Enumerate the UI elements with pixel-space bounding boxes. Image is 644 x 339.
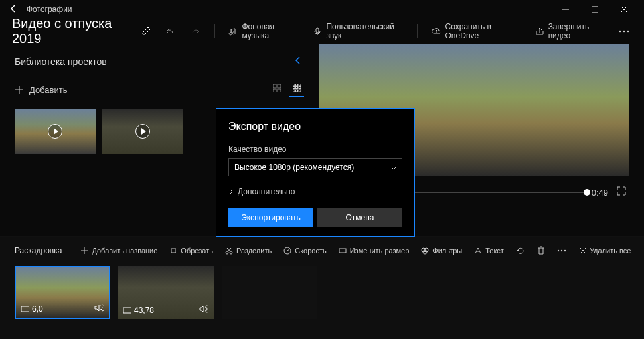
finish-video-button[interactable]: Завершить видео [528,19,613,43]
close-button[interactable] [609,0,639,19]
quality-select[interactable]: Высокое 1080p (рекомендуется) [228,158,402,176]
export-dialog: Экспорт видео Качество видео Высокое 108… [216,108,415,237]
more-options-toggle[interactable]: Дополнительно [228,187,402,196]
finish-label: Завершить видео [548,22,607,40]
svg-rect-32 [123,308,131,313]
sound-icon [199,305,208,315]
clip-empty[interactable] [222,266,317,319]
export-button[interactable]: Экспортировать [228,208,313,227]
svg-rect-18 [293,90,295,92]
filters-button[interactable]: Фильтры [416,244,467,257]
redo-button[interactable] [184,23,208,39]
bg-music-label: Фоновая музыка [242,22,297,40]
edit-title-icon[interactable] [141,25,152,38]
bg-music-button[interactable]: Фоновая музыка [222,19,303,43]
cloud-icon [431,27,442,36]
storyboard-panel: Раскадровка Добавить название Обрезать Р… [0,236,644,339]
more-options-button[interactable] [616,27,632,35]
svg-rect-4 [316,28,319,33]
svg-rect-12 [293,84,295,86]
svg-rect-19 [296,90,298,92]
storyboard-title: Раскадровка [15,246,62,255]
svg-point-30 [564,250,566,251]
svg-rect-14 [299,84,301,86]
plus-icon [15,85,24,94]
save-onedrive-label: Сохранить в OneDrive [445,22,519,40]
play-icon [135,124,150,139]
cancel-button[interactable]: Отмена [317,208,402,227]
svg-point-5 [619,31,621,33]
library-thumb-2[interactable] [102,109,183,154]
svg-rect-9 [278,84,281,88]
svg-rect-31 [21,306,29,312]
app-title: Фотографии [27,5,72,14]
svg-point-7 [627,31,629,33]
undo-button[interactable] [157,23,181,39]
mic-icon [313,27,322,36]
clip-1[interactable]: 6,0 [15,266,110,319]
rotate-button[interactable] [511,243,530,258]
quality-label: Качество видео [228,145,402,154]
text-button[interactable]: Текст [469,244,509,257]
custom-audio-button[interactable]: Пользовательский звук [306,19,410,43]
export-icon [535,27,544,36]
svg-rect-8 [273,84,276,88]
svg-point-28 [558,250,559,251]
svg-rect-24 [339,249,346,253]
speed-button[interactable]: Скорость [278,244,332,257]
svg-rect-17 [299,87,301,89]
view-large-grid-button[interactable] [289,82,304,97]
add-media-button[interactable]: Добавить [15,85,67,95]
add-title-button[interactable]: Добавить название [75,244,163,257]
back-button[interactable] [5,4,21,15]
view-small-grid-button[interactable] [270,82,284,97]
fullscreen-button[interactable] [616,186,629,199]
dialog-title: Экспорт видео [228,121,402,133]
delete-button[interactable] [532,243,550,258]
svg-point-6 [623,31,625,33]
svg-rect-1 [592,6,598,13]
collapse-library-button[interactable] [292,53,304,70]
maximize-button[interactable] [580,0,609,19]
music-icon [228,27,238,36]
library-thumb-1[interactable] [15,109,96,154]
minimize-button[interactable] [551,0,580,19]
project-title: Видео с отпуска 2019 [12,16,133,46]
svg-rect-13 [296,84,298,86]
sound-icon [94,304,104,314]
play-icon [48,124,62,139]
clip-2[interactable]: 43,78 [118,266,214,319]
delete-all-button[interactable]: Удалить все [574,244,636,257]
svg-rect-20 [299,90,301,92]
svg-rect-15 [293,87,295,89]
more-storyboard-button[interactable] [552,247,572,255]
time-display: 0:49 [592,188,608,198]
svg-point-29 [561,250,562,251]
main-toolbar: Видео с отпуска 2019 Фоновая музыка Поль… [0,19,644,44]
resize-button[interactable]: Изменить размер [333,244,415,257]
svg-rect-11 [278,89,281,92]
library-title: Библиотека проектов [15,56,107,67]
split-button[interactable]: Разделить [220,244,277,257]
svg-rect-10 [273,89,276,92]
custom-audio-label: Пользовательский звук [326,22,403,40]
svg-rect-16 [296,87,298,89]
trim-button[interactable]: Обрезать [164,244,218,257]
add-label: Добавить [29,85,67,95]
save-onedrive-button[interactable]: Сохранить в OneDrive [424,19,526,43]
